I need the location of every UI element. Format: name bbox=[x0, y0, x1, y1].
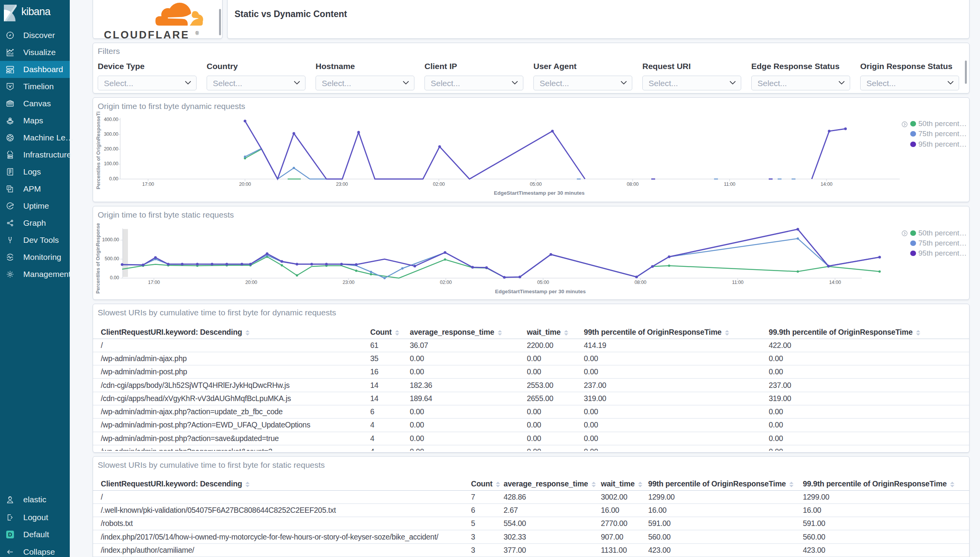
svg-text:D: D bbox=[8, 531, 12, 538]
